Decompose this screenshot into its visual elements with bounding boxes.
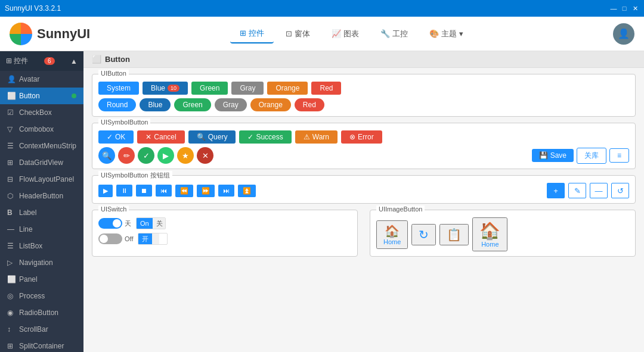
logo-icon [10,23,32,45]
sidebar-item-checkbox[interactable]: ☑ CheckBox [0,104,83,121]
sidebar-item-combobox[interactable]: ▽ Combobox [0,121,83,138]
sidebar-controls-label: ⊞ 控件 [6,56,28,66]
sidebar-item-radiobutton[interactable]: ◉ RadioButton [0,304,83,321]
btn-save[interactable]: 💾 Save [532,149,574,162]
btn-menu[interactable]: ≡ [609,148,629,163]
content-body: UIButton System Blue 10 Green Gray Orang… [83,68,644,269]
icon-btn-edit[interactable]: ✏ [118,147,135,164]
splitcontainer-icon: ⊞ [7,342,16,350]
uibutton-section: UIButton System Blue 10 Green Gray Orang… [92,74,636,117]
btn-round-red[interactable]: Red [295,98,324,111]
uisymbol-group-section: UISymbolButton 按钮组 ▶ ⏸ ⏹ ⏮ ⏪ ⏩ ⏭ ⏫ + ✎ —… [92,175,636,204]
sidebar-item-listbox[interactable]: ☰ ListBox [0,238,83,254]
sidebar-item-process[interactable]: ◎ Process [0,288,83,304]
tab-industrial[interactable]: 🔧 工控 [371,25,417,43]
btn-gray[interactable]: Gray [231,82,264,95]
sidebar-item-line[interactable]: — Line [0,221,83,238]
radiobutton-icon: ◉ [7,309,16,317]
user-avatar[interactable]: 👤 [613,23,634,45]
sidebar-item-button[interactable]: ⬜ Button [0,88,83,104]
action-btn-edit[interactable]: ✎ [568,183,586,198]
icon-btn-close[interactable]: ✕ [197,147,213,164]
btn-orange[interactable]: Orange [267,82,308,95]
uiswitch-section: UISwitch 天 On 关 [92,210,358,257]
sidebar-item-avatar[interactable]: 👤 Avatar [0,71,83,88]
tab-controls[interactable]: ⊞ 控件 [230,24,274,43]
sidebar-item-scrollbar[interactable]: ↕ ScrollBar [0,321,83,338]
sidebar-item-splitcontainer[interactable]: ⊞ SplitContainer [0,338,83,352]
btn-round-blue[interactable]: Blue [140,98,171,111]
sidebar-item-panel[interactable]: ⬜ Panel [0,271,83,288]
checkbox-icon: ☑ [7,108,16,117]
sidebar-controls-header[interactable]: ⊞ 控件 6 ▲ [0,51,83,71]
switch-track-1[interactable] [98,218,122,229]
logo-text: SunnyUI [37,26,90,42]
sidebar-item-flowlayoutpanel[interactable]: ⊟ FlowLayoutPanel [0,171,83,188]
imgbtn-refresh[interactable]: ↻ [411,224,436,245]
btn-next[interactable]: ⏭ [218,185,234,197]
tab-chart[interactable]: 📈 图表 [322,25,369,43]
btn-green[interactable]: Green [191,82,228,95]
btn-pause[interactable]: ⏸ [116,185,132,197]
switch-square-off-track[interactable]: 开 [138,233,168,245]
icon-btn-play[interactable]: ▶ [157,147,174,164]
btn-round-green[interactable]: Green [174,98,210,111]
uiimagebutton-section: UIImageButton 🏠 Home ↻ 📋 � [370,210,636,257]
icon-btn-check[interactable]: ✓ [138,147,154,164]
sidebar-item-label[interactable]: B Label [0,204,83,221]
icon-btn-search[interactable]: 🔍 [98,147,115,164]
action-btn-remove[interactable]: — [590,183,608,198]
sidebar: ⊞ 控件 6 ▲ 👤 Avatar ⬜ Button ☑ CheckBox ▽ … [0,51,83,352]
btn-prev[interactable]: ⏮ [156,185,172,197]
btn-rewind[interactable]: ⏪ [175,185,193,197]
btn-query[interactable]: 🔍 Query [188,130,236,144]
imgbtn-home1[interactable]: 🏠 Home [376,220,408,249]
btn-success[interactable]: ✓ Success [239,130,291,144]
line-icon: — [7,225,16,233]
content-header: ⬜ Button [83,51,644,68]
btn-stop[interactable]: ⏹ [136,185,152,197]
content-title: Button [105,55,130,64]
icon-btn-star[interactable]: ★ [177,147,194,164]
restore-button[interactable]: □ [620,4,628,13]
btn-forward[interactable]: ⏩ [197,185,215,197]
sidebar-item-contextmenustrip[interactable]: ☰ ContextMenuStrip [0,138,83,154]
blue-badge: 10 [168,85,179,92]
imgbtn-home2[interactable]: 🏠 Home [472,217,507,251]
btn-red[interactable]: Red [311,82,341,95]
main-layout: ⊞ 控件 6 ▲ 👤 Avatar ⬜ Button ☑ CheckBox ▽ … [0,51,644,352]
sidebar-item-navigation[interactable]: ▷ Navigation [0,254,83,271]
action-btn-add[interactable]: + [547,183,565,198]
btn-play[interactable]: ▶ [98,185,113,197]
uibutton-row2: Round Blue Green Gray Orange Red [92,97,635,116]
switch-track-2[interactable] [98,233,122,244]
btn-cancel[interactable]: ✕ Cancel [137,130,184,144]
btn-blue[interactable]: Blue 10 [143,82,188,95]
minimize-button[interactable]: — [609,4,618,13]
tab-window[interactable]: ⊡ 窗体 [276,25,320,43]
tab-theme[interactable]: 🎨 主题 ▾ [420,25,473,43]
btn-round-orange[interactable]: Orange [250,98,291,111]
switch-label-1: 天 [125,219,131,228]
btn-system[interactable]: System [98,82,139,95]
imgbtn-home2-label: Home [481,241,499,248]
btn-round[interactable]: Round [98,98,136,111]
action-btn-refresh[interactable]: ↺ [611,183,629,198]
imgbtn-copy[interactable]: 📋 [439,224,469,245]
uisymbolbutton-section: UISymbolButton ✓ OK ✕ Cancel 🔍 Query ✓ S… [92,123,636,169]
btn-error[interactable]: ⊗ Error [341,130,382,144]
switch-square-empty-label [152,233,159,244]
listbox-icon: ☰ [7,242,16,250]
btn-warn[interactable]: ⚠ Warn [295,130,338,144]
btn-close-lib[interactable]: 关库 [577,148,606,164]
content-header-icon: ⬜ [92,55,101,64]
window-controls: — □ ✕ [609,4,639,13]
uisymbol-row2: 🔍 ✏ ✓ ▶ ★ ✕ 💾 Save 关库 ≡ [92,146,635,169]
sidebar-item-datagridview[interactable]: ⊞ DataGridView [0,154,83,171]
close-button[interactable]: ✕ [631,4,639,13]
switch-square-on[interactable]: On 关 [136,217,166,229]
btn-ok[interactable]: ✓ OK [98,130,134,144]
btn-round-gray[interactable]: Gray [215,98,247,111]
sidebar-item-headerbutton[interactable]: ⬡ HeaderButton [0,188,83,204]
btn-up[interactable]: ⏫ [238,185,256,197]
